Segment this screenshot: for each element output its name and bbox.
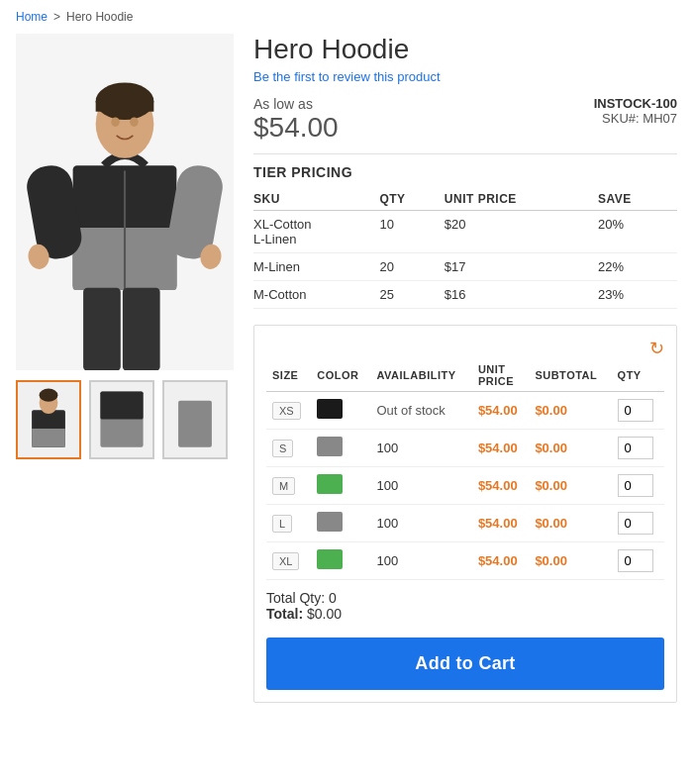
tier-unit-price: $17 bbox=[445, 253, 598, 281]
tier-sku: M-Cotton bbox=[253, 281, 379, 309]
product-image-svg bbox=[16, 34, 234, 370]
variant-row: XL 100 $54.00 $0.00 bbox=[266, 542, 664, 580]
variant-section: ↻ SIZE COLOR AVAILABILITY UNITPRICE SUBT… bbox=[253, 325, 677, 703]
tier-pricing-table: SKU QTY UNIT PRICE SAVE XL-Cotton L-Line… bbox=[253, 188, 677, 309]
breadcrumb-separator: > bbox=[53, 10, 60, 24]
svg-rect-22 bbox=[100, 391, 143, 419]
qty-input[interactable] bbox=[618, 549, 653, 572]
variant-row: M 100 $54.00 $0.00 bbox=[266, 467, 664, 505]
thumbnail-1[interactable] bbox=[16, 380, 81, 459]
sku-info: SKU#: MH07 bbox=[594, 111, 677, 126]
size-badge: L bbox=[272, 515, 292, 533]
tier-unit-price: $20 bbox=[445, 211, 598, 253]
tier-pricing-title: TIER PRICING bbox=[253, 164, 677, 180]
as-low-as-label: As low as bbox=[253, 96, 339, 112]
product-images bbox=[16, 34, 234, 703]
total-qty-value: 0 bbox=[329, 590, 337, 606]
tier-qty: 20 bbox=[379, 253, 444, 281]
tier-row: XL-Cotton L-Linen 10 $20 20% bbox=[253, 211, 677, 253]
svg-rect-8 bbox=[96, 101, 154, 111]
tier-save: 20% bbox=[598, 211, 677, 253]
tier-col-qty: QTY bbox=[379, 188, 444, 211]
svg-point-9 bbox=[111, 118, 119, 127]
tier-save: 23% bbox=[598, 281, 677, 309]
thumbnail-list bbox=[16, 380, 234, 459]
product-info: Hero Hoodie Be the first to review this … bbox=[253, 34, 677, 703]
main-content: Hero Hoodie Be the first to review this … bbox=[0, 34, 693, 723]
color-swatch bbox=[317, 474, 343, 494]
tier-sku: M-Linen bbox=[253, 253, 379, 281]
svg-rect-11 bbox=[83, 288, 121, 370]
product-title: Hero Hoodie bbox=[253, 34, 677, 65]
qty-input[interactable] bbox=[618, 437, 653, 459]
tier-pricing-section: TIER PRICING SKU QTY UNIT PRICE SAVE XL-… bbox=[253, 164, 677, 309]
unit-price: $54.00 bbox=[478, 403, 518, 418]
subtotal: $0.00 bbox=[535, 478, 567, 493]
breadcrumb-current: Hero Hoodie bbox=[66, 10, 133, 24]
svg-rect-24 bbox=[178, 401, 212, 447]
svg-rect-17 bbox=[32, 429, 65, 447]
product-price: $54.00 bbox=[253, 112, 339, 144]
svg-rect-12 bbox=[123, 288, 160, 370]
size-badge: XL bbox=[272, 552, 299, 570]
variant-row: S 100 $54.00 $0.00 bbox=[266, 430, 664, 467]
add-to-cart-button[interactable]: Add to Cart bbox=[266, 637, 664, 690]
tier-qty: 25 bbox=[379, 281, 444, 309]
tier-row: M-Cotton 25 $16 23% bbox=[253, 281, 677, 309]
size-badge: S bbox=[272, 440, 293, 457]
tier-col-unit-price: UNIT PRICE bbox=[445, 188, 598, 211]
total-value: $0.00 bbox=[307, 606, 342, 622]
availability-text: 100 bbox=[376, 478, 398, 493]
unit-price: $54.00 bbox=[478, 516, 518, 531]
review-link[interactable]: Be the first to review this product bbox=[253, 69, 677, 84]
qty-input[interactable] bbox=[618, 512, 653, 535]
totals: Total Qty: 0 Total: $0.00 bbox=[266, 580, 664, 626]
size-badge: XS bbox=[272, 402, 301, 420]
price-section: As low as $54.00 INSTOCK-100 SKU#: MH07 bbox=[253, 96, 677, 144]
color-swatch bbox=[317, 549, 343, 569]
qty-input[interactable] bbox=[618, 474, 653, 497]
svg-point-10 bbox=[130, 118, 138, 127]
availability-text: 100 bbox=[376, 553, 398, 568]
subtotal: $0.00 bbox=[535, 516, 567, 531]
availability-text: 100 bbox=[376, 441, 398, 455]
variant-col-unit-price: UNITPRICE bbox=[472, 359, 530, 392]
sku-value: MH07 bbox=[643, 111, 677, 126]
breadcrumb: Home > Hero Hoodie bbox=[0, 0, 693, 34]
variant-table: SIZE COLOR AVAILABILITY UNITPRICE SUBTOT… bbox=[266, 359, 664, 580]
stock-info: INSTOCK-100 SKU#: MH07 bbox=[594, 96, 677, 126]
tier-col-sku: SKU bbox=[253, 188, 379, 211]
tier-unit-price: $16 bbox=[445, 281, 598, 309]
refresh-icon[interactable]: ↻ bbox=[649, 338, 664, 359]
variant-row: XS Out of stock $54.00 $0.00 bbox=[266, 392, 664, 430]
variant-col-subtotal: SUBTOTAL bbox=[529, 359, 611, 392]
total-label: Total: bbox=[266, 606, 303, 622]
total-qty-label: Total Qty: bbox=[266, 590, 325, 606]
variant-col-color: COLOR bbox=[311, 359, 370, 392]
breadcrumb-home[interactable]: Home bbox=[16, 10, 48, 24]
variant-col-size: SIZE bbox=[266, 359, 311, 392]
instock-label: INSTOCK-100 bbox=[594, 96, 677, 111]
variant-row: L 100 $54.00 $0.00 bbox=[266, 505, 664, 542]
subtotal: $0.00 bbox=[535, 441, 567, 455]
color-swatch bbox=[317, 512, 343, 532]
main-product-image bbox=[16, 34, 234, 370]
unit-price: $54.00 bbox=[478, 441, 518, 455]
availability-text: 100 bbox=[376, 516, 398, 531]
divider-1 bbox=[253, 153, 677, 154]
svg-point-19 bbox=[40, 389, 58, 402]
thumbnail-3[interactable] bbox=[162, 380, 228, 459]
unit-price: $54.00 bbox=[478, 553, 518, 568]
variant-col-availability: AVAILABILITY bbox=[370, 359, 471, 392]
qty-input[interactable] bbox=[618, 399, 653, 422]
availability-text: Out of stock bbox=[376, 403, 445, 418]
tier-qty: 10 bbox=[379, 211, 444, 253]
subtotal: $0.00 bbox=[535, 553, 567, 568]
tier-col-save: SAVE bbox=[598, 188, 677, 211]
sku-label: SKU#: bbox=[602, 111, 640, 126]
variant-col-qty: QTY bbox=[612, 359, 664, 392]
color-swatch bbox=[317, 437, 343, 456]
size-badge: M bbox=[272, 477, 295, 495]
thumbnail-2[interactable] bbox=[89, 380, 154, 459]
subtotal: $0.00 bbox=[535, 403, 567, 418]
